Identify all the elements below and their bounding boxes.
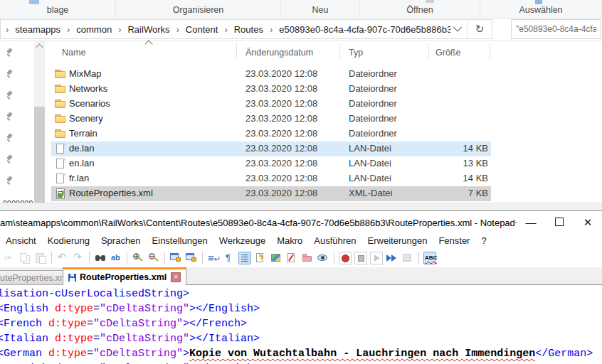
address-bar[interactable]: ›steamapps›common›RailWorks›Content›Rout… [0,19,492,39]
horizontal-scrollbar[interactable] [0,203,602,211]
pin-icon [6,155,14,164]
scroll-up-icon[interactable] [36,44,43,51]
function-completion-button[interactable] [254,252,267,264]
document-map-button[interactable] [270,252,282,264]
file-row[interactable]: fr.lan23.03.2020 12:08LAN-Datei14 KB [51,171,491,186]
macro-stop-button[interactable] [354,252,367,264]
column-header-gre[interactable]: Größe [435,48,460,58]
file-name: Terrain [69,128,97,139]
zoom-in-button[interactable] [132,252,144,264]
file-date: 23.03.2020 12:08 [245,98,317,109]
ribbon-group-label: Organisieren [173,5,224,15]
file-row[interactable]: MixMap23.03.2020 12:08Dateiordner [51,67,491,82]
menu-item-erweiterungen[interactable]: Erweiterungen [362,235,433,246]
column-divider [428,43,429,59]
sort-ascending-icon [144,40,152,48]
code-token: ></English> [189,303,260,315]
sidebar-scrollbar[interactable] [34,41,45,210]
undo-button[interactable] [56,252,69,264]
code-token: > [183,348,189,360]
menu-item-makro[interactable]: Makro [271,235,308,246]
paste-button[interactable] [34,252,47,264]
menu-item-fenster[interactable]: Fenster [433,235,475,246]
document-monitor-button[interactable] [317,252,329,264]
file-row[interactable]: Scenery23.03.2020 12:08Dateiordner [51,112,491,127]
editor[interactable]: lisation-cUserLocalisedString><English d… [0,285,602,364]
file-row[interactable]: de.lan23.03.2020 12:08LAN-Datei14 KB [51,141,491,156]
toolbar-separator [202,252,203,264]
zoom-out-button[interactable] [147,252,160,264]
address-row: ›steamapps›common›RailWorks›Content›Rout… [0,18,602,41]
file-date: 23.03.2020 12:08 [245,83,317,94]
breadcrumb-item[interactable]: steamapps [14,24,62,35]
replace-button[interactable] [110,252,122,264]
redo-button[interactable] [72,252,85,264]
code-token: = [93,303,100,315]
file-row[interactable]: Networks23.03.2020 12:08Dateiordner [51,82,491,97]
address-dropdown-icon[interactable] [453,22,463,31]
sync-vertical-scroll-button[interactable] [169,252,182,264]
menu-item-werkzeuge[interactable]: Werkzeuge [213,235,272,246]
breadcrumb-item[interactable]: RailWorks [126,24,171,35]
column-divider [339,43,340,59]
breadcrumb-item[interactable]: e50893e0-8c4a-4cfa-907c-70d6e5b886b3 [278,24,450,35]
file-type: Dateiordner [349,128,397,139]
file-row[interactable]: Terrain23.03.2020 12:08Dateiordner [51,127,491,141]
breadcrumb-chevron-icon: › [219,24,232,35]
menu-item-kodierung[interactable]: Kodierung [42,235,95,246]
notepad-titlebar[interactable]: am\steamapps\common\RailWorks\Content\Ro… [0,211,602,233]
file-row[interactable]: RouteProperties.xml23.03.2020 12:08XML-D… [51,186,491,201]
column-header-nderungsdatum[interactable]: Änderungsdatum [245,48,313,58]
file-row[interactable]: en.lan23.03.2020 12:08LAN-Datei13 KB [51,156,491,171]
macro-run-multiple-button[interactable] [386,252,398,264]
code-token: "cDeltaString" [100,333,189,345]
menu-item-ansicht[interactable]: Ansicht [0,235,42,246]
find-button[interactable] [94,252,107,264]
file-type: LAN-Datei [349,173,391,183]
copy-button[interactable] [19,252,31,264]
folder-as-workspace-button[interactable] [301,252,314,264]
code-area: lisation-cUserLocalisedString><English d… [0,285,602,364]
window-close-button[interactable]: ✕ [574,216,602,229]
file-type: Dateiordner [349,68,397,79]
file-size: 14 KB [421,173,488,183]
show-indent-guide-button[interactable] [238,252,251,264]
macro-save-button[interactable] [401,252,414,264]
word-wrap-button[interactable] [207,252,220,264]
menu-item-einstellungen[interactable]: Einstellungen [147,235,213,246]
sync-horizontal-scroll-button[interactable] [185,252,198,264]
toolbar-separator [418,252,419,264]
menu-item-help[interactable]: ? [475,235,492,246]
macro-playback-button[interactable] [370,252,383,264]
macro-record-button[interactable] [339,252,352,264]
file-row[interactable]: Scenarios23.03.2020 12:08Dateiordner [51,97,491,112]
spell-check-button[interactable] [423,252,436,264]
code-token: <Italian [0,333,55,345]
window-title: am\steamapps\common\RailWorks\Content\Ro… [0,216,517,228]
file-date: 23.03.2020 12:08 [245,113,317,124]
refresh-icon[interactable]: ↻ [468,23,492,36]
function-list-button[interactable] [285,252,298,264]
ribbon-group-neu: Neu [281,0,360,17]
scrollbar-thumb[interactable] [34,107,45,208]
ribbon-group-organisieren: Organisieren [116,0,281,17]
breadcrumb-item[interactable]: Routes [233,24,265,35]
ribbon-group-label: Auswählen [519,5,562,15]
file-date: 23.03.2020 12:08 [245,158,317,168]
show-all-characters-button[interactable] [223,252,236,264]
menu-item-ausfhren[interactable]: Ausführen [308,235,361,246]
column-header-name[interactable]: Name [62,48,85,58]
window-maximize-button[interactable] [545,216,574,228]
column-header-typ[interactable]: Typ [349,48,363,58]
breadcrumb-item[interactable]: common [75,24,113,35]
save-icon [68,274,76,282]
cut-button[interactable] [3,252,16,264]
folder-icon [55,129,66,139]
tab-routeproperties-active[interactable]: RouteProperties.xml× [63,267,186,285]
search-input[interactable] [511,19,601,39]
menu-item-sprachen[interactable]: Sprachen [95,235,147,246]
breadcrumb-item[interactable]: Content [184,24,220,35]
tab-close-icon[interactable]: × [171,272,181,282]
window-minimize-button[interactable]: — [517,216,545,228]
folder-icon [55,114,66,124]
